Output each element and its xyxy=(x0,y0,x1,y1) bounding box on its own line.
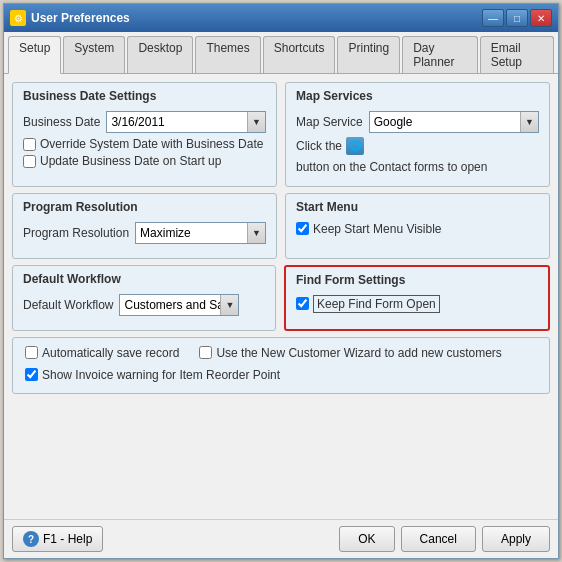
map-desc: Click the 🌐 button on the Contact forms … xyxy=(296,137,539,176)
default-workflow-title: Default Workflow xyxy=(23,272,265,286)
program-resolution-panel: Program Resolution Program Resolution Ma… xyxy=(12,193,277,259)
map-service-dropdown-btn[interactable]: ▼ xyxy=(520,112,538,132)
find-form-panel: Find Form Settings Keep Find Form Open xyxy=(284,265,550,331)
tab-day-planner[interactable]: Day Planner xyxy=(402,36,477,73)
help-label: F1 - Help xyxy=(43,532,92,546)
new-customer-label: Use the New Customer Wizard to add new c… xyxy=(216,346,501,360)
start-menu-panel: Start Menu Keep Start Menu Visible xyxy=(285,193,550,259)
update-row: Update Business Date on Start up xyxy=(23,154,266,168)
keep-open-row: Keep Find Form Open xyxy=(296,295,538,313)
resolution-dropdown[interactable]: Maximize ▼ xyxy=(135,222,266,244)
resolution-value: Maximize xyxy=(136,226,247,240)
business-date-dropdown[interactable]: 3/16/2011 ▼ xyxy=(106,111,266,133)
default-workflow-panel: Default Workflow Default Workflow Custom… xyxy=(12,265,276,331)
tab-bar: Setup System Desktop Themes Shortcuts Pr… xyxy=(4,32,558,74)
business-date-value: 3/16/2011 xyxy=(107,115,247,129)
new-customer-row: Use the New Customer Wizard to add new c… xyxy=(199,346,501,360)
row-1: Business Date Settings Business Date 3/1… xyxy=(12,82,550,187)
maximize-button[interactable]: □ xyxy=(506,9,528,27)
show-invoice-label: Show Invoice warning for Item Reorder Po… xyxy=(42,368,280,382)
map-globe-icon: 🌐 xyxy=(346,137,364,155)
window-icon: ⚙ xyxy=(10,10,26,26)
resolution-dropdown-btn[interactable]: ▼ xyxy=(247,223,265,243)
workflow-dropdown[interactable]: Customers and Sales ▼ xyxy=(119,294,239,316)
map-services-title: Map Services xyxy=(296,89,539,103)
map-desc-post: button on the Contact forms to open xyxy=(296,159,487,176)
apply-button[interactable]: Apply xyxy=(482,526,550,552)
resolution-label: Program Resolution xyxy=(23,226,129,240)
tab-setup[interactable]: Setup xyxy=(8,36,61,74)
tab-printing[interactable]: Printing xyxy=(337,36,400,73)
tab-themes[interactable]: Themes xyxy=(195,36,260,73)
help-icon: ? xyxy=(23,531,39,547)
workflow-field-row: Default Workflow Customers and Sales ▼ xyxy=(23,294,265,316)
title-controls: — □ ✕ xyxy=(482,9,552,27)
keep-visible-label: Keep Start Menu Visible xyxy=(313,222,442,236)
auto-save-checkbox[interactable] xyxy=(25,346,38,359)
footer: ? F1 - Help OK Cancel Apply xyxy=(4,519,558,558)
business-date-title: Business Date Settings xyxy=(23,89,266,103)
business-date-field-row: Business Date 3/16/2011 ▼ xyxy=(23,111,266,133)
bottom-row-1: Automatically save record Use the New Cu… xyxy=(25,346,537,363)
tab-desktop[interactable]: Desktop xyxy=(127,36,193,73)
keep-open-checkbox[interactable] xyxy=(296,297,309,310)
window-title: User Preferences xyxy=(31,11,130,25)
tab-email-setup[interactable]: Email Setup xyxy=(480,36,554,73)
business-date-dropdown-btn[interactable]: ▼ xyxy=(247,112,265,132)
update-checkbox[interactable] xyxy=(23,155,36,168)
workflow-dropdown-btn[interactable]: ▼ xyxy=(220,295,238,315)
program-resolution-title: Program Resolution xyxy=(23,200,266,214)
tab-shortcuts[interactable]: Shortcuts xyxy=(263,36,336,73)
main-window: ⚙ User Preferences — □ ✕ Setup System De… xyxy=(3,3,559,559)
help-button[interactable]: ? F1 - Help xyxy=(12,526,103,552)
find-form-title: Find Form Settings xyxy=(296,273,538,287)
map-services-panel: Map Services Map Service Google ▼ Click … xyxy=(285,82,550,187)
title-bar: ⚙ User Preferences — □ ✕ xyxy=(4,4,558,32)
map-service-field-row: Map Service Google ▼ xyxy=(296,111,539,133)
keep-visible-checkbox[interactable] xyxy=(296,222,309,235)
ok-button[interactable]: OK xyxy=(339,526,394,552)
new-customer-checkbox[interactable] xyxy=(199,346,212,359)
business-date-panel: Business Date Settings Business Date 3/1… xyxy=(12,82,277,187)
minimize-button[interactable]: — xyxy=(482,9,504,27)
map-service-value: Google xyxy=(370,115,520,129)
resolution-field-row: Program Resolution Maximize ▼ xyxy=(23,222,266,244)
close-button[interactable]: ✕ xyxy=(530,9,552,27)
title-bar-left: ⚙ User Preferences xyxy=(10,10,130,26)
footer-right: OK Cancel Apply xyxy=(339,526,550,552)
bottom-section: Automatically save record Use the New Cu… xyxy=(12,337,550,394)
start-menu-title: Start Menu xyxy=(296,200,539,214)
show-invoice-checkbox[interactable] xyxy=(25,368,38,381)
map-service-label: Map Service xyxy=(296,115,363,129)
auto-save-label: Automatically save record xyxy=(42,346,179,360)
tab-system[interactable]: System xyxy=(63,36,125,73)
row-3: Default Workflow Default Workflow Custom… xyxy=(12,265,550,331)
keep-visible-row: Keep Start Menu Visible xyxy=(296,222,539,236)
show-invoice-row: Show Invoice warning for Item Reorder Po… xyxy=(25,368,537,382)
update-label: Update Business Date on Start up xyxy=(40,154,221,168)
cancel-button[interactable]: Cancel xyxy=(401,526,476,552)
workflow-value: Customers and Sales xyxy=(120,298,220,312)
map-desc-pre: Click the xyxy=(296,138,342,155)
override-checkbox[interactable] xyxy=(23,138,36,151)
override-row: Override System Date with Business Date xyxy=(23,137,266,151)
keep-open-label: Keep Find Form Open xyxy=(313,295,440,313)
override-label: Override System Date with Business Date xyxy=(40,137,263,151)
main-content: Business Date Settings Business Date 3/1… xyxy=(4,74,558,519)
business-date-label: Business Date xyxy=(23,115,100,129)
row-2: Program Resolution Program Resolution Ma… xyxy=(12,193,550,259)
auto-save-row: Automatically save record xyxy=(25,346,179,360)
map-service-dropdown[interactable]: Google ▼ xyxy=(369,111,539,133)
workflow-label: Default Workflow xyxy=(23,298,113,312)
